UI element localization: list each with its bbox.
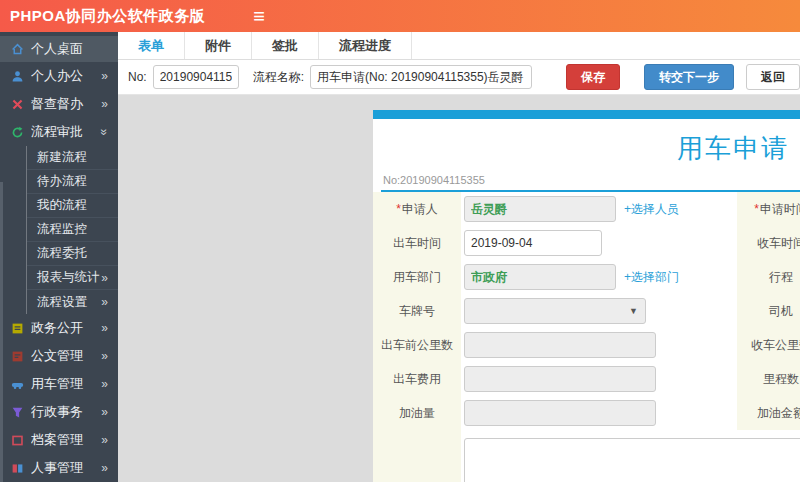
sidebar-item-label: 个人办公	[31, 67, 97, 85]
workflow-name-label: 流程名称:	[253, 69, 304, 86]
submenu-item-workflow-monitor[interactable]: 流程监控	[27, 218, 118, 242]
sidebar-item-hr-management[interactable]: 人事管理 »	[0, 454, 118, 482]
km-before-input[interactable]	[464, 332, 656, 358]
workflow-name-input[interactable]	[310, 65, 532, 89]
chevron-double-right-icon: »	[101, 405, 108, 419]
submenu-label: 我的流程	[37, 197, 87, 214]
tab-label: 签批	[272, 37, 298, 55]
tab-form[interactable]: 表单	[118, 32, 185, 59]
plate-number-select[interactable]: ▼	[464, 298, 646, 324]
car-icon	[10, 377, 24, 391]
save-button[interactable]: 保存	[566, 64, 620, 90]
panel-accent-bar	[373, 110, 800, 119]
content-area: 用车申请 No:20190904115355 *申请人 +选择人员 *申请时间 …	[118, 95, 800, 482]
submenu-item-new-workflow[interactable]: 新建流程	[27, 146, 118, 170]
applicant-label: *申请人	[373, 192, 461, 226]
hamburger-menu-icon[interactable]: ≡	[253, 6, 265, 26]
applicant-input[interactable]	[464, 196, 616, 222]
driver-label: 司机	[737, 294, 800, 328]
trip-cost-label: 出车费用	[373, 362, 461, 396]
submenu-label: 待办流程	[37, 173, 87, 190]
tab-label: 附件	[205, 37, 231, 55]
chevron-double-down-icon: »	[98, 129, 112, 136]
reason-textarea[interactable]	[464, 438, 800, 482]
main-area: 表单 附件 签批 流程进度 No: 流程名称: 保存 转交下一步 返回 用车申请…	[118, 32, 800, 482]
tab-progress[interactable]: 流程进度	[319, 32, 412, 59]
back-button[interactable]: 返回	[746, 64, 800, 90]
submenu-item-my-workflow[interactable]: 我的流程	[27, 194, 118, 218]
sidebar-item-supervision[interactable]: 督查督办 »	[0, 90, 118, 118]
chevron-double-right-icon: »	[101, 69, 108, 83]
form-number: No:20190904115355	[381, 174, 800, 186]
department-input[interactable]	[464, 264, 616, 290]
sidebar-item-personal-desktop[interactable]: 个人桌面	[0, 36, 118, 62]
submenu-item-workflow-settings[interactable]: 流程设置»	[27, 290, 118, 314]
plate-number-label: 车牌号	[373, 294, 461, 328]
archive-box-icon	[10, 433, 24, 447]
form-table: *申请人 +选择人员 *申请时间 出车时间 收车时间 用车部门	[373, 192, 800, 482]
caret-down-icon: ▼	[629, 306, 638, 316]
cross-icon	[10, 97, 24, 111]
return-time-label: 收车时间	[737, 226, 800, 260]
funnel-icon	[10, 405, 24, 419]
chevron-double-right-icon: »	[101, 295, 108, 309]
app-title: PHPOA协同办公软件政务版	[10, 7, 205, 26]
document-icon	[10, 349, 24, 363]
mileage-label: 里程数	[737, 362, 800, 396]
submenu-label: 流程监控	[37, 221, 87, 238]
chevron-double-right-icon: »	[101, 97, 108, 111]
sidebar-item-label: 督查督办	[31, 95, 97, 113]
depart-time-input[interactable]	[464, 230, 602, 256]
submenu-item-workflow-delegate[interactable]: 流程委托	[27, 242, 118, 266]
select-person-link[interactable]: +选择人员	[624, 201, 679, 218]
submenu-item-pending-workflow[interactable]: 待办流程	[27, 170, 118, 194]
sidebar-item-workflow-approval[interactable]: 流程审批 »	[0, 118, 118, 146]
fuel-amount-label: 加油量	[373, 396, 461, 430]
forward-next-step-button[interactable]: 转交下一步	[644, 64, 734, 90]
tab-signoff[interactable]: 签批	[252, 32, 319, 59]
toolbar: No: 流程名称: 保存 转交下一步 返回	[118, 60, 800, 95]
sidebar-item-label: 人事管理	[31, 459, 97, 477]
app-header: PHPOA协同办公软件政务版 ≡	[0, 0, 800, 32]
chevron-double-right-icon: »	[101, 271, 108, 285]
department-label: 用车部门	[373, 260, 461, 294]
depart-time-label: 出车时间	[373, 226, 461, 260]
fuel-amount-input[interactable]	[464, 400, 656, 426]
submenu-item-reports-statistics[interactable]: 报表与统计»	[27, 266, 118, 290]
fuel-cost-label: 加油金额	[737, 396, 800, 430]
user-icon	[10, 69, 24, 83]
sidebar-item-label: 政务公开	[31, 319, 97, 337]
km-before-label: 出车前公里数	[373, 328, 461, 362]
workflow-submenu: 新建流程 待办流程 我的流程 流程监控 流程委托 报表与统计» 流程设置»	[26, 146, 118, 314]
sidebar-item-official-docs[interactable]: 公文管理 »	[0, 342, 118, 370]
trip-cost-input[interactable]	[464, 366, 656, 392]
sidebar-item-label: 档案管理	[31, 431, 97, 449]
chevron-double-right-icon: »	[101, 377, 108, 391]
sidebar-item-label: 用车管理	[31, 375, 97, 393]
home-icon	[10, 42, 24, 56]
sidebar-item-vehicle-management[interactable]: 用车管理 »	[0, 370, 118, 398]
sidebar-item-label: 行政事务	[31, 403, 97, 421]
apply-time-label: *申请时间	[737, 192, 800, 226]
select-department-link[interactable]: +选择部门	[624, 269, 679, 286]
no-input[interactable]	[153, 65, 239, 89]
form-title: 用车申请	[381, 131, 800, 166]
sidebar-item-personal-office[interactable]: 个人办公 »	[0, 62, 118, 90]
sidebar-item-admin-affairs[interactable]: 行政事务 »	[0, 398, 118, 426]
submenu-label: 流程委托	[37, 245, 87, 262]
chevron-double-right-icon: »	[101, 321, 108, 335]
reason-label-cell: 申请事由	[373, 430, 461, 482]
no-label: No:	[128, 70, 147, 84]
sidebar-item-label: 流程审批	[31, 123, 97, 141]
chevron-double-right-icon: »	[101, 461, 108, 475]
submenu-label: 报表与统计	[37, 269, 100, 286]
grid-document-icon	[10, 321, 24, 335]
sidebar-item-gov-disclosure[interactable]: 政务公开 »	[0, 314, 118, 342]
chevron-double-right-icon: »	[101, 349, 108, 363]
sidebar-item-archive-management[interactable]: 档案管理 »	[0, 426, 118, 454]
required-mark: *	[396, 202, 401, 216]
cycle-arrows-icon	[10, 125, 24, 139]
chevron-double-right-icon: »	[101, 433, 108, 447]
tab-attachments[interactable]: 附件	[185, 32, 252, 59]
tab-bar: 表单 附件 签批 流程进度	[118, 32, 800, 60]
